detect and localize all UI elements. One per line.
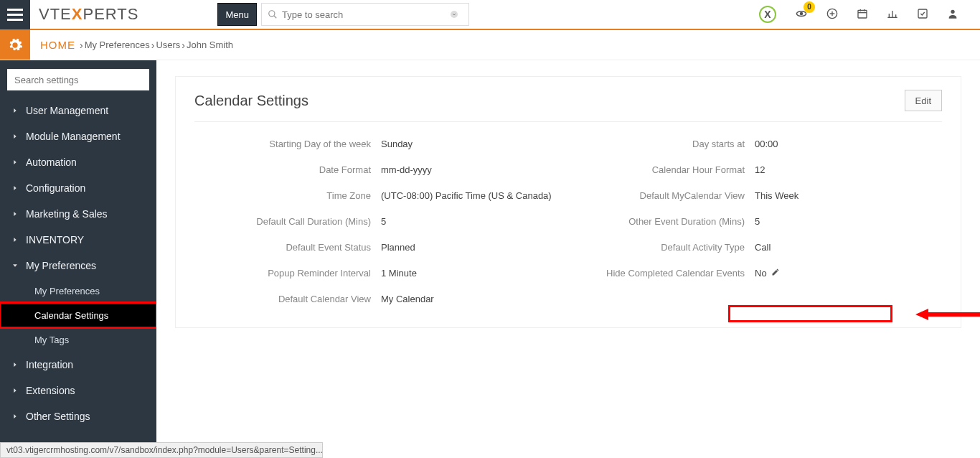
settings-sidebar: User ManagementModule ManagementAutomati… (0, 60, 156, 442)
field-value: Sunday (381, 139, 413, 149)
field-label: Default Call Duration (Mins) (194, 216, 381, 227)
breadcrumb-home[interactable]: HOME (40, 39, 75, 51)
field-value: mm-dd-yyyy (381, 164, 432, 175)
notif-badge: 0 (804, 1, 815, 13)
main-content: Calendar Settings Edit Starting Day of t… (156, 60, 980, 442)
field-label: Day starts at (568, 139, 755, 149)
sidebar-item-extensions[interactable]: Extensions (0, 378, 156, 403)
field-value: 5 (755, 216, 760, 227)
field-value: 00:00 (755, 139, 778, 149)
sidebar-item-user-management[interactable]: User Management (0, 98, 156, 123)
svg-point-3 (801, 12, 803, 14)
search-dropdown-icon[interactable] (450, 10, 458, 19)
sidebar-sub-calendar-settings[interactable]: Calendar Settings (0, 303, 156, 327)
page-title: Calendar Settings (194, 93, 308, 109)
svg-line-1 (274, 16, 277, 19)
sidebar-item-marketing-sales[interactable]: Marketing & Sales (0, 201, 156, 227)
search-input[interactable] (282, 9, 450, 20)
logo-text: VTE (39, 5, 72, 23)
logo: VTEXPERTS (39, 5, 138, 24)
sidebar-sub-my-tags[interactable]: My Tags (0, 327, 156, 352)
field-label: Time Zone (194, 190, 381, 201)
sidebar-item-other-settings[interactable]: Other Settings (0, 403, 156, 429)
app-icon[interactable]: X (759, 6, 776, 23)
breadcrumb: HOME › My Preferences › Users › John Smi… (30, 30, 980, 60)
breadcrumb-item[interactable]: John Smith (187, 39, 233, 50)
hamburger-menu[interactable] (0, 0, 30, 29)
svg-rect-7 (858, 10, 867, 18)
logo-x: X (72, 5, 83, 23)
svg-rect-15 (918, 9, 927, 18)
sidebar-item-integration[interactable]: Integration (0, 352, 156, 378)
field-value: Planned (381, 242, 415, 253)
field-label: Default Calendar View (194, 294, 381, 304)
field-label: Popup Reminder Interval (194, 268, 381, 279)
field-label: Date Format (194, 164, 381, 175)
field-value: This Week (755, 190, 798, 201)
field-value: Call (755, 242, 771, 253)
field-label: Default MyCalendar View (568, 190, 755, 201)
svg-point-0 (269, 11, 275, 17)
breadcrumb-item[interactable]: Users (156, 39, 180, 50)
field-value: 5 (381, 216, 386, 227)
field-label: Other Event Duration (Mins) (568, 216, 755, 227)
browser-statusbar: vt03.vtigercrmhosting.com/v7/sandbox/ind… (0, 442, 323, 458)
sidebar-item-module-management[interactable]: Module Management (0, 123, 156, 149)
reports-icon[interactable] (887, 8, 898, 22)
edit-button[interactable]: Edit (905, 90, 942, 111)
settings-gear-icon[interactable] (0, 30, 30, 60)
field-label: Calendar Hour Format (568, 164, 755, 175)
svg-point-16 (951, 9, 954, 13)
sidebar-item-configuration[interactable]: Configuration (0, 175, 156, 201)
user-icon[interactable] (947, 8, 958, 22)
pencil-icon[interactable] (771, 268, 780, 279)
field-label: Default Event Status (194, 242, 381, 253)
field-value: 12 (755, 164, 765, 175)
sidebar-item-inventory[interactable]: INVENTORY (0, 227, 156, 253)
sidebar-item-my-preferences[interactable]: My Preferences (0, 253, 156, 279)
field-value: No (755, 268, 780, 279)
field-label: Starting Day of the week (194, 139, 381, 149)
breadcrumb-item[interactable]: My Preferences (85, 39, 150, 50)
sidebar-search-input[interactable] (7, 69, 149, 90)
logo-text2: PERTS (83, 5, 138, 23)
menu-button[interactable]: Menu (217, 3, 257, 26)
tasks-icon[interactable] (917, 8, 928, 22)
sidebar-item-automation[interactable]: Automation (0, 149, 156, 175)
add-icon[interactable] (826, 8, 838, 22)
svg-point-2 (451, 11, 458, 18)
field-label: Hide Completed Calendar Events (568, 268, 755, 279)
calendar-icon[interactable] (857, 8, 868, 22)
field-value: 1 Minute (381, 268, 417, 279)
field-value: My Calendar (381, 294, 434, 304)
global-search[interactable] (261, 3, 469, 26)
notifications-icon[interactable]: 0 (795, 7, 808, 22)
sidebar-sub-my-preferences[interactable]: My Preferences (0, 279, 156, 303)
field-value: (UTC-08:00) Pacific Time (US & Canada) (381, 190, 552, 201)
field-label: Default Activity Type (568, 242, 755, 253)
search-icon (268, 9, 278, 19)
